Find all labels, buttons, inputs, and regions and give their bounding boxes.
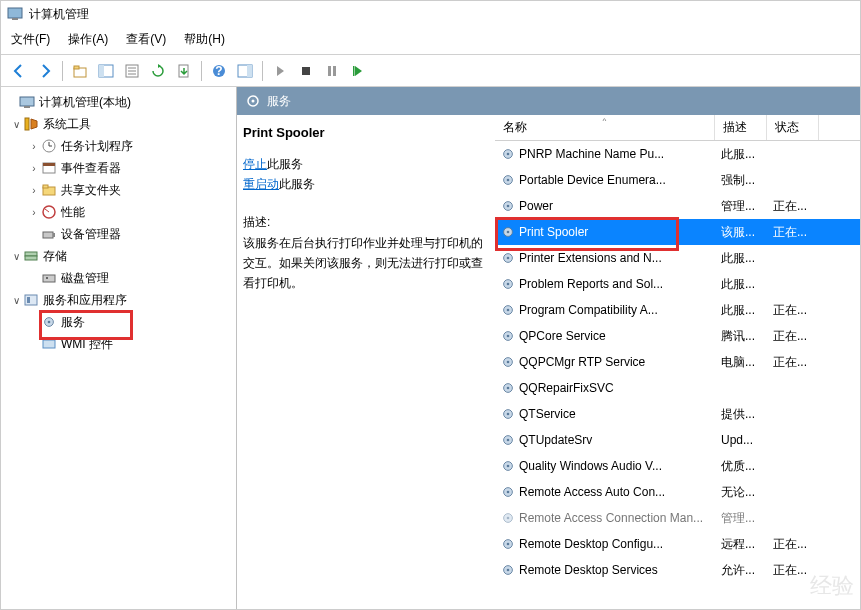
service-desc: 此服... bbox=[715, 146, 767, 163]
restart-service-button[interactable] bbox=[346, 60, 370, 82]
svg-line-30 bbox=[45, 209, 49, 212]
gear-icon bbox=[501, 355, 515, 369]
tree-label: 存储 bbox=[43, 248, 67, 265]
tree-label: 共享文件夹 bbox=[61, 182, 121, 199]
svg-point-53 bbox=[507, 257, 510, 260]
collapse-icon[interactable]: ∨ bbox=[9, 295, 23, 306]
forward-button[interactable] bbox=[33, 60, 57, 82]
col-name[interactable]: ^名称 bbox=[495, 115, 715, 140]
tree-system-tools[interactable]: ∨ 系统工具 bbox=[1, 113, 236, 135]
service-row[interactable]: Problem Reports and Sol...此服... bbox=[495, 271, 860, 297]
col-desc[interactable]: 描述 bbox=[715, 115, 767, 140]
svg-point-49 bbox=[507, 205, 510, 208]
service-row[interactable]: Remote Desktop Configu...远程...正在... bbox=[495, 531, 860, 557]
svg-rect-38 bbox=[27, 297, 30, 303]
svg-point-69 bbox=[507, 465, 510, 468]
toolbar: ? bbox=[1, 55, 860, 87]
gear-icon bbox=[501, 381, 515, 395]
service-desc: 电脑... bbox=[715, 354, 767, 371]
tree-device-manager[interactable]: 设备管理器 bbox=[1, 223, 236, 245]
col-status[interactable]: 状态 bbox=[767, 115, 819, 140]
gear-icon bbox=[501, 225, 515, 239]
service-name: QTService bbox=[519, 407, 576, 421]
tree-services-apps[interactable]: ∨ 服务和应用程序 bbox=[1, 289, 236, 311]
expand-icon[interactable]: › bbox=[27, 141, 41, 152]
svg-rect-20 bbox=[24, 106, 30, 108]
detail-pane: Print Spooler 停止此服务 重启动此服务 描述: 该服务在后台执行打… bbox=[237, 115, 495, 609]
service-desc: 提供... bbox=[715, 406, 767, 423]
service-row[interactable]: QTService提供... bbox=[495, 401, 860, 427]
service-row[interactable]: Remote Desktop Services允许...正在... bbox=[495, 557, 860, 583]
menu-view[interactable]: 查看(V) bbox=[126, 31, 166, 48]
content: 计算机管理(本地) ∨ 系统工具 › 任务计划程序 › 事件查看器 › 共享文件… bbox=[1, 87, 860, 609]
service-name: Remote Access Auto Con... bbox=[519, 485, 665, 499]
tree-event-viewer[interactable]: › 事件查看器 bbox=[1, 157, 236, 179]
stop-service-button[interactable] bbox=[294, 60, 318, 82]
svg-rect-33 bbox=[25, 252, 37, 256]
export-button[interactable] bbox=[172, 60, 196, 82]
service-row[interactable]: Power管理...正在... bbox=[495, 193, 860, 219]
service-row[interactable]: Print Spooler该服...正在... bbox=[495, 219, 860, 245]
pause-service-button[interactable] bbox=[320, 60, 344, 82]
svg-rect-32 bbox=[53, 233, 55, 237]
tree-disk-mgmt[interactable]: 磁盘管理 bbox=[1, 267, 236, 289]
service-name: PNRP Machine Name Pu... bbox=[519, 147, 664, 161]
service-name: Remote Access Connection Man... bbox=[519, 511, 703, 525]
back-button[interactable] bbox=[7, 60, 31, 82]
help-button[interactable]: ? bbox=[207, 60, 231, 82]
service-row[interactable]: Portable Device Enumera...强制... bbox=[495, 167, 860, 193]
restart-link[interactable]: 重启动 bbox=[243, 177, 279, 191]
up-button[interactable] bbox=[68, 60, 92, 82]
svg-point-45 bbox=[507, 153, 510, 156]
tree-wmi[interactable]: WMI 控件 bbox=[1, 333, 236, 355]
svg-rect-17 bbox=[333, 66, 336, 76]
collapse-icon[interactable]: ∨ bbox=[9, 119, 23, 130]
service-status: 正在... bbox=[767, 224, 819, 241]
service-name: QPCore Service bbox=[519, 329, 606, 343]
service-row[interactable]: Quality Windows Audio V...优质... bbox=[495, 453, 860, 479]
menu-action[interactable]: 操作(A) bbox=[68, 31, 108, 48]
show-hide-tree-button[interactable] bbox=[94, 60, 118, 82]
collapse-icon[interactable]: ∨ bbox=[9, 251, 23, 262]
refresh-button[interactable] bbox=[146, 60, 170, 82]
service-status: 正在... bbox=[767, 328, 819, 345]
service-desc: 此服... bbox=[715, 302, 767, 319]
gear-icon bbox=[501, 199, 515, 213]
gear-icon bbox=[501, 433, 515, 447]
menu-help[interactable]: 帮助(H) bbox=[184, 31, 225, 48]
service-desc: 无论... bbox=[715, 484, 767, 501]
menu-file[interactable]: 文件(F) bbox=[11, 31, 50, 48]
svg-point-43 bbox=[252, 100, 255, 103]
service-desc: 强制... bbox=[715, 172, 767, 189]
service-desc: 远程... bbox=[715, 536, 767, 553]
svg-rect-3 bbox=[74, 66, 79, 69]
tree-root[interactable]: 计算机管理(本地) bbox=[1, 91, 236, 113]
start-service-button[interactable] bbox=[268, 60, 292, 82]
tree-shared-folders[interactable]: › 共享文件夹 bbox=[1, 179, 236, 201]
expand-icon[interactable]: › bbox=[27, 163, 41, 174]
expand-icon[interactable]: › bbox=[27, 207, 41, 218]
properties-button[interactable] bbox=[120, 60, 144, 82]
stop-link[interactable]: 停止 bbox=[243, 157, 267, 171]
tree-task-scheduler[interactable]: › 任务计划程序 bbox=[1, 135, 236, 157]
service-row[interactable]: QQRepairFixSVC bbox=[495, 375, 860, 401]
service-row[interactable]: Program Compatibility A...此服...正在... bbox=[495, 297, 860, 323]
expand-icon[interactable]: › bbox=[27, 185, 41, 196]
service-row[interactable]: Printer Extensions and N...此服... bbox=[495, 245, 860, 271]
desc-label: 描述: bbox=[243, 214, 487, 231]
tree-storage[interactable]: ∨ 存储 bbox=[1, 245, 236, 267]
service-row[interactable]: QQPCMgr RTP Service电脑...正在... bbox=[495, 349, 860, 375]
tree-label: 服务和应用程序 bbox=[43, 292, 127, 309]
service-row[interactable]: Remote Access Connection Man...管理... bbox=[495, 505, 860, 531]
service-row[interactable]: QTUpdateSrvUpd... bbox=[495, 427, 860, 453]
show-hide-action-button[interactable] bbox=[233, 60, 257, 82]
tree-services[interactable]: 服务 bbox=[1, 311, 236, 333]
gear-icon bbox=[501, 329, 515, 343]
service-row[interactable]: PNRP Machine Name Pu...此服... bbox=[495, 141, 860, 167]
service-row[interactable]: QPCore Service腾讯...正在... bbox=[495, 323, 860, 349]
service-row[interactable]: Remote Access Auto Con...无论... bbox=[495, 479, 860, 505]
tree-performance[interactable]: › 性能 bbox=[1, 201, 236, 223]
service-desc: Upd... bbox=[715, 433, 767, 447]
svg-point-40 bbox=[48, 321, 51, 324]
service-name: Program Compatibility A... bbox=[519, 303, 658, 317]
